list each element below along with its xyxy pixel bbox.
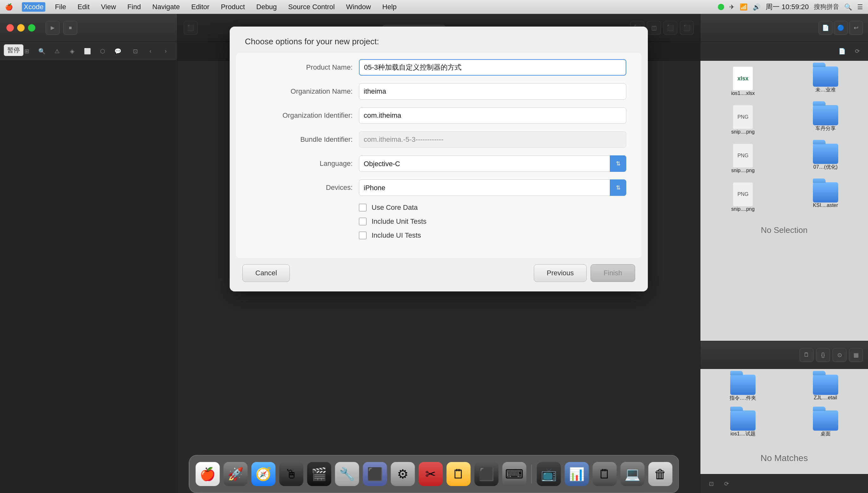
product-name-input[interactable] — [359, 59, 626, 76]
dock-launchpad[interactable]: 🚀 — [224, 462, 248, 486]
file-name-png1: snip....png — [731, 129, 754, 135]
file-item-png3[interactable]: PNG snip....png — [703, 179, 783, 215]
dialog-footer: Cancel Previous Finish — [230, 258, 648, 292]
menu-window[interactable]: Window — [344, 2, 373, 12]
bottom-refresh-icon[interactable]: ⟳ — [721, 478, 732, 490]
media-icon[interactable]: ⊙ — [832, 348, 846, 362]
warning-icon[interactable]: ⚠ — [51, 45, 63, 58]
footer-right-buttons: Previous Finish — [534, 264, 635, 282]
dock-item-extra2[interactable]: 🗒 — [593, 462, 617, 486]
menu-navigate[interactable]: Navigate — [150, 2, 182, 12]
inspector-quick-btn[interactable]: 🔵 — [834, 21, 848, 35]
dock-movies[interactable]: 🎬 — [307, 462, 331, 486]
dock-prefs[interactable]: ⚙ — [391, 462, 415, 486]
right-panel: 📄 🔵 ↩ 📄 ⟳ xlsx ios1....xlsx — [700, 14, 868, 493]
devices-select-wrapper: iPhone iPad Universal ⇅ — [359, 179, 626, 196]
stop-button[interactable]: ■ — [63, 21, 77, 35]
nav-prev-icon[interactable]: ‹ — [144, 45, 157, 58]
file-name-xlsx: ios1....xlsx — [731, 90, 755, 96]
previous-button[interactable]: Previous — [534, 264, 587, 282]
org-name-row: Organization Name: — [251, 83, 626, 100]
org-id-row: Organization Identifier: — [251, 107, 626, 124]
play-icon: ▶ — [51, 25, 55, 31]
use-core-data-label[interactable]: Use Core Data — [371, 203, 418, 212]
menu-icon[interactable]: ☰ — [857, 3, 863, 11]
dock-safari[interactable]: 🧭 — [251, 462, 276, 486]
dock-trash[interactable]: 🗑 — [648, 462, 672, 486]
menu-editor[interactable]: Editor — [189, 2, 211, 12]
cancel-button[interactable]: Cancel — [242, 264, 290, 282]
snippet-icon[interactable]: 🗒 — [800, 348, 813, 362]
pause-badge: 暂停 — [4, 44, 23, 56]
inspector-nav-btn[interactable]: ↩ — [849, 21, 863, 35]
dock-tools[interactable]: 🔧 — [335, 462, 359, 486]
test-icon[interactable]: ◈ — [66, 45, 79, 58]
dock-keyboard[interactable]: ⌨ — [502, 462, 526, 486]
menu-help[interactable]: Help — [381, 2, 399, 12]
menu-file[interactable]: File — [53, 2, 68, 12]
dock-xmind[interactable]: ✂ — [419, 462, 443, 486]
menu-find[interactable]: Find — [125, 2, 143, 12]
file-item-folder3[interactable]: 07…(优化) — [786, 141, 866, 176]
close-button[interactable] — [6, 24, 14, 31]
include-unit-tests-label[interactable]: Include Unit Tests — [371, 217, 426, 226]
product-name-label: Product Name: — [251, 63, 359, 71]
dock-screen-tool[interactable]: 📺 — [537, 462, 561, 486]
bottom-left-icon[interactable]: ⊡ — [706, 478, 717, 490]
file-item-folder2[interactable]: 车丹分享 — [786, 102, 866, 138]
file-item-folder1[interactable]: 未…业准 — [786, 63, 866, 99]
org-name-input[interactable] — [359, 83, 626, 100]
org-id-input[interactable] — [359, 107, 626, 124]
right-bottom-toolbar: 🗒 {} ⊙ ▦ — [701, 341, 868, 369]
breakpoint-icon[interactable]: ⬡ — [96, 45, 109, 58]
dock: 🍎 🚀 🧭 🖱 🎬 🔧 ⬛ ⚙ ✂ 🗒 ⬛ ⌨ 📺 📊 🗒 💻 🗑 — [189, 455, 679, 493]
refresh-icon[interactable]: ⟳ — [851, 46, 863, 57]
dock-appstore[interactable]: ⬛ — [363, 462, 387, 486]
file-item-folder8[interactable]: 桌面 — [786, 407, 866, 441]
dock-cursor[interactable]: 🖱 — [279, 462, 303, 486]
use-core-data-checkbox[interactable] — [359, 204, 366, 211]
color-icon[interactable]: ▦ — [849, 348, 863, 362]
dock-item-extra3[interactable]: 💻 — [621, 462, 645, 486]
apple-menu-icon[interactable]: 🍎 — [5, 3, 13, 11]
maximize-button[interactable] — [28, 24, 36, 31]
file-item-png2[interactable]: PNG snip....png — [703, 141, 783, 176]
file-item-folder4[interactable]: KSI....aster — [786, 179, 866, 215]
minimize-button[interactable] — [17, 24, 25, 31]
dock-terminal[interactable]: ⬛ — [475, 462, 499, 486]
search-icon[interactable]: 🔍 — [36, 45, 48, 58]
devices-select[interactable]: iPhone iPad Universal — [359, 179, 626, 196]
include-unit-tests-checkbox[interactable] — [359, 218, 366, 225]
report-icon[interactable]: 💬 — [112, 45, 124, 58]
debug-icon[interactable]: ⬜ — [81, 45, 94, 58]
run-button[interactable]: ▶ — [46, 21, 60, 35]
dock-item-extra1[interactable]: 📊 — [565, 462, 589, 486]
language-select[interactable]: Objective-C Swift — [359, 155, 626, 172]
search-icon[interactable]: 🔍 — [844, 3, 852, 11]
dock-finder[interactable]: 🍎 — [196, 462, 220, 486]
menu-xcode[interactable]: Xcode — [22, 2, 45, 12]
file-item-folder7[interactable]: ios1....试题 — [703, 407, 783, 441]
folder-icon-6 — [813, 374, 838, 395]
dock-notes[interactable]: 🗒 — [447, 462, 471, 486]
notification-icon: ✈ — [729, 3, 735, 11]
file-item-png1[interactable]: PNG snip....png — [703, 102, 783, 138]
inspector-file-btn[interactable]: 📄 — [819, 21, 832, 35]
png-icon-1: PNG — [733, 105, 753, 129]
menu-product[interactable]: Product — [219, 2, 247, 12]
add-file-icon[interactable]: 📄 — [836, 46, 848, 57]
file-item-xlsx[interactable]: xlsx ios1....xlsx — [703, 63, 783, 99]
menu-edit[interactable]: Edit — [76, 2, 92, 12]
menu-debug[interactable]: Debug — [255, 2, 279, 12]
include-ui-tests-checkbox[interactable] — [359, 232, 366, 239]
bundle-id-label: Bundle Identifier: — [251, 135, 359, 144]
include-ui-tests-label[interactable]: Include UI Tests — [371, 231, 421, 239]
file-item-folder6[interactable]: ZJL....etail — [786, 371, 866, 405]
input-method[interactable]: 搜狗拼音 — [814, 2, 839, 11]
nav-next-icon[interactable]: › — [159, 45, 172, 58]
menu-view[interactable]: View — [99, 2, 118, 12]
view-toggle-icon[interactable]: ⊡ — [129, 45, 142, 58]
code-icon[interactable]: {} — [816, 348, 830, 362]
menu-source-control[interactable]: Source Control — [286, 2, 337, 12]
file-item-folder5[interactable]: 指令….件夹 — [703, 371, 783, 405]
